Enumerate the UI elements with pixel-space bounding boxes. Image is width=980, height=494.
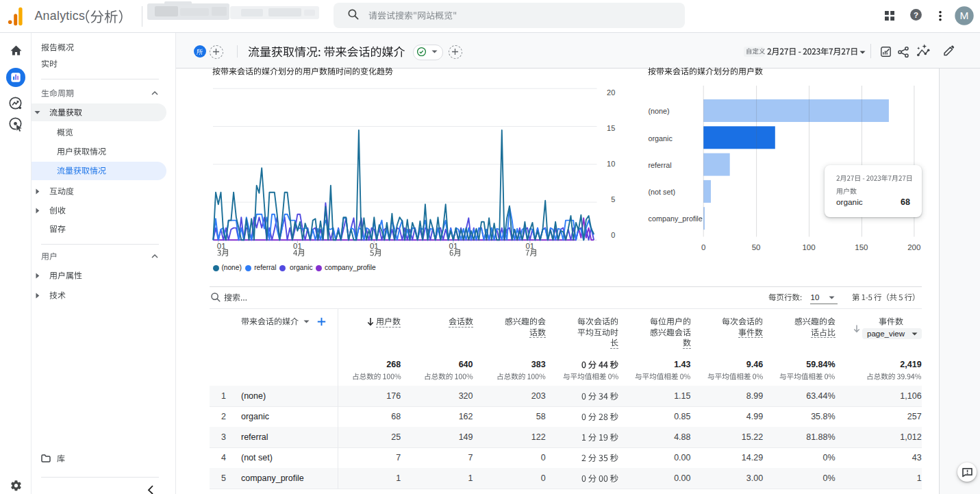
svg-text:?: ?: [914, 11, 918, 19]
svg-text:M: M: [960, 10, 969, 21]
